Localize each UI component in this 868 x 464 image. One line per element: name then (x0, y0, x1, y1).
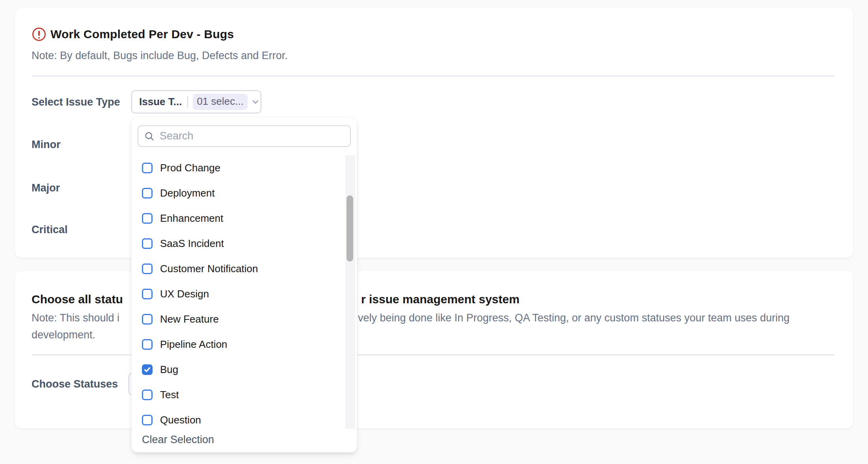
dropdown-option[interactable]: Bug (132, 357, 345, 382)
card2-note-right: vely being done like In Progress, QA Tes… (358, 312, 790, 324)
alert-circle-icon (32, 28, 46, 41)
check-icon (143, 366, 151, 373)
dropdown-option-label: Test (160, 389, 179, 401)
dropdown-option-label: Pipeline Action (160, 338, 227, 351)
selected-count-badge: 01 selec... (193, 94, 248, 110)
dropdown-option[interactable]: Prod Change (132, 155, 345, 180)
dropdown-option[interactable]: SaaS Incident (132, 231, 345, 256)
dropdown-option-label: Enhancement (160, 212, 223, 225)
issue-type-option-list: Prod Change Deployment Enhancement SaaS … (132, 155, 345, 429)
checkbox[interactable] (142, 364, 153, 375)
dropdown-option-label: New Feature (160, 313, 219, 325)
critical-label: Critical (32, 224, 68, 236)
checkbox[interactable] (142, 415, 153, 425)
dropdown-option[interactable]: Question (132, 407, 345, 429)
dropdown-option-label: SaaS Incident (160, 238, 224, 250)
checkbox[interactable] (142, 314, 153, 325)
dropdown-option[interactable]: Test (132, 382, 345, 407)
card2-note-line2: development. (32, 329, 95, 341)
choose-statuses-label: Choose Statuses (32, 378, 118, 390)
issue-type-dropdown-trigger[interactable]: Issue T... 01 selec... (131, 90, 261, 113)
checkbox[interactable] (142, 390, 153, 400)
checkbox[interactable] (142, 339, 153, 350)
trigger-label: Issue T... (139, 96, 182, 108)
checkbox[interactable] (142, 163, 153, 173)
dropdown-option[interactable]: Customer Notification (132, 256, 345, 281)
search-icon (144, 131, 155, 142)
dropdown-option[interactable]: New Feature (132, 306, 345, 332)
card-title-row: Work Completed Per Dev - Bugs (32, 28, 234, 41)
dropdown-option-label: UX Design (160, 288, 209, 300)
dropdown-option-label: Bug (160, 364, 178, 376)
dropdown-option[interactable]: UX Design (132, 281, 345, 306)
checkbox[interactable] (142, 188, 153, 199)
checkbox[interactable] (142, 264, 153, 274)
select-issue-type-label: Select Issue Type (32, 96, 120, 108)
chevron-down-icon (251, 97, 260, 107)
trigger-divider (187, 96, 188, 108)
card-note: Note: By default, Bugs include Bug, Defe… (32, 50, 288, 62)
card2-heading-right: r issue management system (361, 293, 520, 306)
issue-type-dropdown-panel: Prod Change Deployment Enhancement SaaS … (131, 117, 357, 453)
minor-label: Minor (32, 139, 61, 151)
checkbox[interactable] (142, 238, 153, 249)
dropdown-option[interactable]: Pipeline Action (132, 332, 345, 357)
checkbox[interactable] (142, 289, 153, 299)
major-label: Major (32, 182, 60, 194)
card2-heading-left: Choose all statu (32, 293, 123, 306)
dropdown-option-label: Customer Notification (160, 263, 258, 275)
dashboard-settings-page: Work Completed Per Dev - Bugs Note: By d… (0, 0, 868, 464)
search-input[interactable] (160, 130, 345, 142)
scrollbar-track[interactable] (345, 155, 355, 429)
checkbox[interactable] (142, 213, 153, 224)
divider (32, 76, 835, 76)
scrollbar-thumb[interactable] (346, 195, 353, 262)
dropdown-option-label: Prod Change (160, 162, 220, 174)
dropdown-option[interactable]: Enhancement (132, 206, 345, 231)
card-title: Work Completed Per Dev - Bugs (50, 28, 234, 41)
dropdown-option[interactable]: Deployment (132, 180, 345, 206)
dropdown-option-label: Question (160, 414, 201, 426)
clear-selection-button[interactable]: Clear Selection (142, 434, 214, 446)
search-input-wrapper[interactable] (138, 125, 351, 147)
card2-note-left: Note: This should i (32, 312, 119, 324)
dropdown-option-label: Deployment (160, 187, 215, 199)
